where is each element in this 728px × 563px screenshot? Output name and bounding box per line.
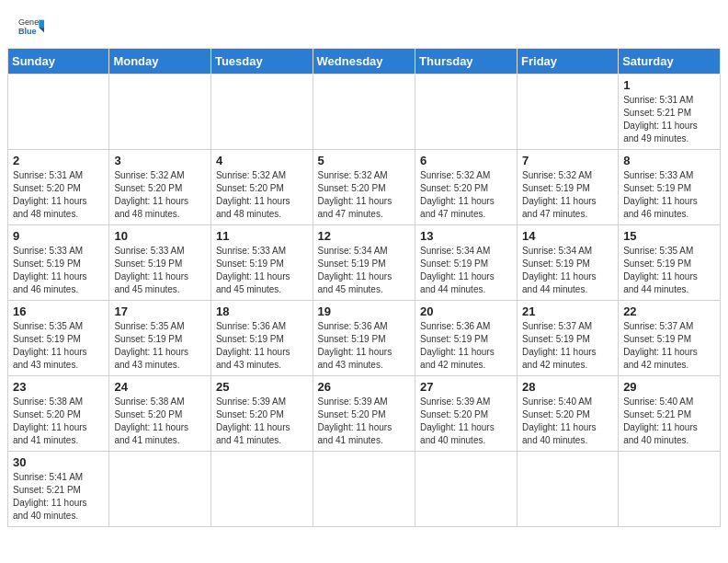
calendar-cell: 2Sunrise: 5:31 AM Sunset: 5:20 PM Daylig… (8, 150, 109, 225)
day-info: Sunrise: 5:32 AM Sunset: 5:20 PM Dayligh… (420, 169, 512, 221)
day-info: Sunrise: 5:39 AM Sunset: 5:20 PM Dayligh… (420, 396, 512, 447)
day-info: Sunrise: 5:33 AM Sunset: 5:19 PM Dayligh… (114, 245, 206, 296)
day-number: 10 (114, 229, 206, 243)
calendar-cell (313, 75, 415, 150)
day-number: 17 (114, 304, 206, 318)
week-row-5: 23Sunrise: 5:38 AM Sunset: 5:20 PM Dayli… (8, 376, 721, 452)
week-row-6: 30Sunrise: 5:41 AM Sunset: 5:21 PM Dayli… (8, 452, 721, 527)
day-number: 3 (114, 154, 206, 167)
day-info: Sunrise: 5:36 AM Sunset: 5:19 PM Dayligh… (318, 320, 411, 372)
day-number: 1 (623, 78, 715, 92)
calendar-cell: 14Sunrise: 5:34 AM Sunset: 5:19 PM Dayli… (518, 225, 619, 301)
day-number: 2 (13, 154, 104, 167)
calendar-cell: 12Sunrise: 5:34 AM Sunset: 5:19 PM Dayli… (313, 225, 415, 301)
day-info: Sunrise: 5:34 AM Sunset: 5:19 PM Dayligh… (420, 245, 512, 296)
calendar-cell: 13Sunrise: 5:34 AM Sunset: 5:19 PM Dayli… (415, 225, 518, 301)
day-number: 25 (216, 380, 308, 394)
calendar-cell: 11Sunrise: 5:33 AM Sunset: 5:19 PM Dayli… (210, 225, 313, 301)
day-number: 6 (420, 154, 512, 167)
weekday-saturday: Saturday (619, 49, 721, 75)
calendar-cell (415, 452, 518, 527)
day-info: Sunrise: 5:40 AM Sunset: 5:21 PM Dayligh… (623, 396, 715, 447)
weekday-tuesday: Tuesday (210, 49, 313, 75)
calendar-cell: 21Sunrise: 5:37 AM Sunset: 5:19 PM Dayli… (518, 301, 619, 376)
day-number: 28 (522, 380, 613, 394)
day-number: 13 (420, 229, 512, 243)
weekday-thursday: Thursday (415, 49, 518, 75)
calendar-cell: 8Sunrise: 5:33 AM Sunset: 5:19 PM Daylig… (619, 150, 721, 225)
day-info: Sunrise: 5:35 AM Sunset: 5:19 PM Dayligh… (13, 320, 104, 372)
generalblue-logo-icon: General Blue (18, 15, 44, 40)
calendar-cell: 29Sunrise: 5:40 AM Sunset: 5:21 PM Dayli… (619, 376, 721, 452)
calendar-cell: 17Sunrise: 5:35 AM Sunset: 5:19 PM Dayli… (109, 301, 211, 376)
day-info: Sunrise: 5:32 AM Sunset: 5:20 PM Dayligh… (216, 169, 308, 221)
weekday-header-row: SundayMondayTuesdayWednesdayThursdayFrid… (8, 49, 721, 75)
day-info: Sunrise: 5:38 AM Sunset: 5:20 PM Dayligh… (114, 396, 206, 447)
day-number: 4 (216, 154, 308, 167)
calendar-cell (210, 75, 313, 150)
day-info: Sunrise: 5:35 AM Sunset: 5:19 PM Dayligh… (114, 320, 206, 372)
day-info: Sunrise: 5:33 AM Sunset: 5:19 PM Dayligh… (216, 245, 308, 296)
day-number: 9 (13, 229, 104, 243)
calendar-cell: 18Sunrise: 5:36 AM Sunset: 5:19 PM Dayli… (210, 301, 313, 376)
day-info: Sunrise: 5:32 AM Sunset: 5:20 PM Dayligh… (318, 169, 411, 221)
weekday-friday: Friday (518, 49, 619, 75)
week-row-2: 2Sunrise: 5:31 AM Sunset: 5:20 PM Daylig… (8, 150, 721, 225)
calendar-cell (8, 75, 109, 150)
calendar-cell (518, 452, 619, 527)
page-header: General Blue (0, 0, 728, 48)
calendar-cell: 22Sunrise: 5:37 AM Sunset: 5:19 PM Dayli… (619, 301, 721, 376)
day-number: 15 (623, 229, 715, 243)
calendar-cell: 28Sunrise: 5:40 AM Sunset: 5:20 PM Dayli… (518, 376, 619, 452)
calendar-cell (210, 452, 313, 527)
calendar-cell: 5Sunrise: 5:32 AM Sunset: 5:20 PM Daylig… (313, 150, 415, 225)
day-number: 26 (318, 380, 411, 394)
weekday-wednesday: Wednesday (313, 49, 415, 75)
weekday-sunday: Sunday (8, 49, 109, 75)
calendar-cell: 3Sunrise: 5:32 AM Sunset: 5:20 PM Daylig… (109, 150, 211, 225)
calendar-cell: 10Sunrise: 5:33 AM Sunset: 5:19 PM Dayli… (109, 225, 211, 301)
day-info: Sunrise: 5:31 AM Sunset: 5:20 PM Dayligh… (13, 169, 104, 221)
calendar-cell: 24Sunrise: 5:38 AM Sunset: 5:20 PM Dayli… (109, 376, 211, 452)
day-info: Sunrise: 5:39 AM Sunset: 5:20 PM Dayligh… (216, 396, 308, 447)
day-number: 18 (216, 304, 308, 318)
day-number: 7 (522, 154, 613, 167)
day-number: 21 (522, 304, 613, 318)
day-info: Sunrise: 5:40 AM Sunset: 5:20 PM Dayligh… (522, 396, 613, 447)
weekday-monday: Monday (109, 49, 211, 75)
day-number: 23 (13, 380, 104, 394)
day-number: 29 (623, 380, 715, 394)
day-info: Sunrise: 5:31 AM Sunset: 5:21 PM Dayligh… (623, 94, 715, 145)
day-info: Sunrise: 5:37 AM Sunset: 5:19 PM Dayligh… (623, 320, 715, 372)
calendar-cell (415, 75, 518, 150)
day-info: Sunrise: 5:38 AM Sunset: 5:20 PM Dayligh… (13, 396, 104, 447)
day-info: Sunrise: 5:36 AM Sunset: 5:19 PM Dayligh… (420, 320, 512, 372)
calendar-cell: 15Sunrise: 5:35 AM Sunset: 5:19 PM Dayli… (619, 225, 721, 301)
calendar-cell (313, 452, 415, 527)
day-number: 11 (216, 229, 308, 243)
calendar-cell: 30Sunrise: 5:41 AM Sunset: 5:21 PM Dayli… (8, 452, 109, 527)
svg-marker-2 (39, 20, 44, 28)
calendar-cell (109, 75, 211, 150)
calendar-cell: 20Sunrise: 5:36 AM Sunset: 5:19 PM Dayli… (415, 301, 518, 376)
day-info: Sunrise: 5:34 AM Sunset: 5:19 PM Dayligh… (522, 245, 613, 296)
week-row-4: 16Sunrise: 5:35 AM Sunset: 5:19 PM Dayli… (8, 301, 721, 376)
calendar-cell: 6Sunrise: 5:32 AM Sunset: 5:20 PM Daylig… (415, 150, 518, 225)
day-number: 24 (114, 380, 206, 394)
svg-marker-3 (39, 28, 44, 33)
day-info: Sunrise: 5:37 AM Sunset: 5:19 PM Dayligh… (522, 320, 613, 372)
day-info: Sunrise: 5:41 AM Sunset: 5:21 PM Dayligh… (13, 471, 104, 523)
logo: General Blue (18, 15, 44, 40)
day-number: 30 (13, 455, 104, 469)
calendar-cell (619, 452, 721, 527)
day-info: Sunrise: 5:36 AM Sunset: 5:19 PM Dayligh… (216, 320, 308, 372)
day-number: 19 (318, 304, 411, 318)
calendar-cell: 23Sunrise: 5:38 AM Sunset: 5:20 PM Dayli… (8, 376, 109, 452)
calendar-cell (109, 452, 211, 527)
day-number: 27 (420, 380, 512, 394)
day-info: Sunrise: 5:39 AM Sunset: 5:20 PM Dayligh… (318, 396, 411, 447)
day-number: 16 (13, 304, 104, 318)
day-info: Sunrise: 5:35 AM Sunset: 5:19 PM Dayligh… (623, 245, 715, 296)
svg-text:Blue: Blue (18, 27, 37, 36)
calendar-cell: 26Sunrise: 5:39 AM Sunset: 5:20 PM Dayli… (313, 376, 415, 452)
